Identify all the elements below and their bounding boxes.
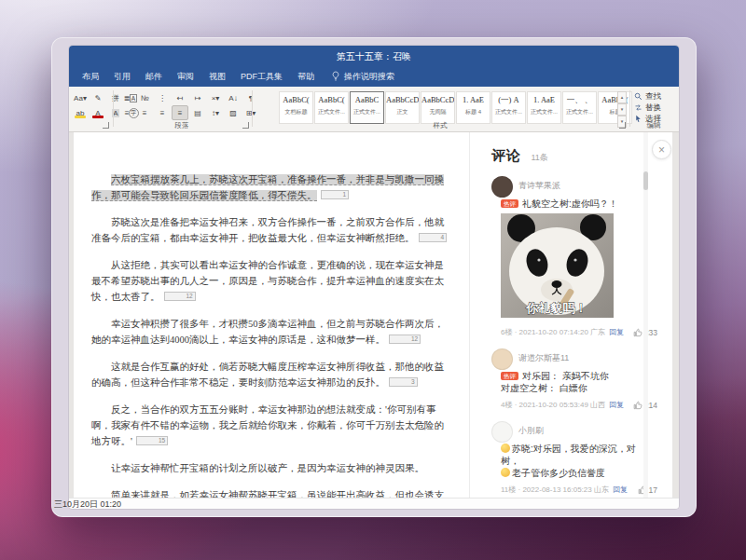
text-effects-icon[interactable]: ✎ <box>90 90 106 105</box>
comment-marker[interactable]: 4 <box>419 233 448 242</box>
close-comments-button[interactable]: × <box>652 140 671 159</box>
style-item-6[interactable]: 1. AaE标题 4 <box>456 91 490 124</box>
comments-scrollbar[interactable] <box>643 132 648 499</box>
style-item-5[interactable]: AaBbCcD(无间隔 <box>421 91 455 124</box>
svg-text:你礼貌吗！: 你礼貌吗！ <box>526 301 587 315</box>
tell-me-search[interactable]: 操作说明搜索 <box>331 71 394 83</box>
paragraph-dialog-launcher[interactable] <box>242 122 249 129</box>
replace-button[interactable]: 替换 <box>634 102 661 113</box>
style-label: 无间隔 <box>421 108 454 116</box>
paragraph: 让幸运女神帮忙开宝箱的计划之所以破产，是因为幸运女神的神灵因果。 <box>91 460 448 476</box>
word-window: 第五十五章：召唤 布局引用邮件审阅视图PDF工具集帮助 操作说明搜索 Aa▾✎拼… <box>69 46 679 509</box>
comment-username[interactable]: 青诗苹果派 <box>518 176 654 196</box>
style-label: 正式文件... <box>351 108 383 116</box>
menu-tab-审阅[interactable]: 审阅 <box>170 66 201 87</box>
styles-dialog-launcher[interactable] <box>619 122 626 129</box>
decrease-indent-icon[interactable]: ↤ <box>172 90 188 105</box>
style-label: 正式文件... <box>315 108 348 116</box>
style-item-10[interactable]: AaBbC(标题 <box>598 91 632 124</box>
sort-icon[interactable]: A↓ <box>225 90 242 105</box>
borders-icon[interactable]: ⊞▾ <box>242 105 259 120</box>
style-item-7[interactable]: (一) A正式文件... <box>491 91 526 124</box>
align-center-icon[interactable]: ≡ <box>136 105 153 120</box>
comment-username[interactable]: 小刖刷 <box>518 421 654 441</box>
styles-scroll-down-button[interactable]: ▾ <box>617 103 627 116</box>
justify-icon[interactable]: ≡ <box>172 105 188 120</box>
comment-marker[interactable]: 12 <box>164 292 196 301</box>
comment-text-line: 老子管你多少负信誉度 <box>501 467 654 479</box>
style-item-8[interactable]: 1. AaE正式文件... <box>527 91 561 124</box>
distribute-icon[interactable]: ▤ <box>189 105 206 120</box>
comment-item: 青诗苹果派热评礼貌空之树:虚你吗？！ 你礼貌吗！ 6楼 · 2021-10-20… <box>491 176 654 337</box>
menu-tab-帮助[interactable]: 帮助 <box>290 66 322 87</box>
change-case-icon[interactable]: Aa▾ <box>72 90 89 105</box>
comment-marker[interactable]: 3 <box>389 377 418 387</box>
comment-marker[interactable]: 1 <box>321 190 350 199</box>
style-sample: 1. AaE <box>457 92 490 108</box>
emoji-icon <box>501 468 510 477</box>
replace-icon <box>634 103 642 112</box>
page: 六枚宝箱摆放茶几上，苏晓这次开宝箱，准备操作一番，并非是与凯撒一同操作，那可能会… <box>74 132 671 499</box>
reply-button[interactable]: 回复 <box>609 328 624 336</box>
text-highlight-color-icon[interactable]: ab <box>72 105 89 120</box>
styles-scroll-up-button[interactable]: ▴ <box>617 91 627 103</box>
align-right-icon[interactable]: ≡ <box>154 105 171 120</box>
avatar[interactable] <box>491 176 513 198</box>
comment-text-line: 对虚空之树： 白嫖你 <box>501 382 654 394</box>
style-label: 标题 4 <box>457 108 490 116</box>
paragraph: 从这拒绝，其实可以看出幸运女神的合作诚意，更准确的说，现在幸运女神是最不希望苏晓… <box>91 257 448 305</box>
comments-panel: 评论 11条 青诗苹果派热评礼貌空之树:虚你吗？！ 你礼貌吗！ 6楼 · 202… <box>469 132 672 499</box>
reply-button[interactable]: 回复 <box>609 401 624 409</box>
menu-tab-视图[interactable]: 视图 <box>201 66 233 87</box>
reply-button[interactable]: 回复 <box>613 485 628 494</box>
style-label: 正式文件... <box>528 108 560 116</box>
desktop-wallpaper: 第五十五章：召唤 布局引用邮件审阅视图PDF工具集帮助 操作说明搜索 Aa▾✎拼… <box>0 0 746 560</box>
avatar[interactable] <box>491 348 513 370</box>
style-sample: AaBbC <box>351 92 383 108</box>
find-button[interactable]: 查找 <box>634 91 661 102</box>
paragraph-text: 苏晓这次是准备把幸运女神召来，双方合作操作一番，之前双方合作后，他就准备今后的宝… <box>91 217 444 243</box>
comment-meta: 11楼 · 2022-08-13 16:05:23 山东回复 <box>501 485 628 495</box>
comment-marker[interactable]: 12 <box>389 335 421 344</box>
comment-username[interactable]: 谢道尔斯基11 <box>518 348 654 368</box>
panda-meme-image[interactable]: 你礼貌吗！ <box>501 213 614 318</box>
avatar[interactable] <box>491 421 513 443</box>
comment-marker[interactable]: 15 <box>136 436 168 445</box>
hot-badge: 热评 <box>501 372 518 380</box>
style-sample: AaBbCcD( <box>386 92 419 108</box>
editing-group: 查找替换选择 <box>634 91 661 125</box>
align-left-icon[interactable]: ≡ <box>118 105 135 120</box>
scrollbar-thumb[interactable] <box>643 171 648 190</box>
style-item-3[interactable]: AaBbC正式文件... <box>350 91 384 124</box>
style-item-1[interactable]: AaBbC(文档标题 <box>279 91 313 124</box>
style-item-9[interactable]: 一、 、正式文件... <box>562 91 597 124</box>
paragraph: 这就是合作互赢的好处，倘若苏晓大幅度压榨幸运女神所得收益，那他的收益的确高，但这… <box>91 359 448 390</box>
menu-tab-PDF工具集[interactable]: PDF工具集 <box>233 66 290 87</box>
menu-tab-邮件[interactable]: 邮件 <box>138 66 170 87</box>
menu-tab-引用[interactable]: 引用 <box>106 66 138 87</box>
asian-layout-icon[interactable]: ×▾ <box>207 90 224 105</box>
title-bar[interactable]: 第五十五章：召唤 <box>69 46 679 66</box>
comment-footer: 6楼 · 2021-10-20 07:14:20 广东回复233 <box>501 327 657 337</box>
comments-title: 评论 <box>491 147 521 163</box>
font-dialog-launcher[interactable] <box>103 122 109 129</box>
style-sample: AaBbC( <box>315 92 348 108</box>
multilevel-list-icon[interactable]: ⋮ <box>154 90 171 105</box>
line-spacing-icon[interactable]: ↕▾ <box>207 105 224 120</box>
style-item-2[interactable]: AaBbC(正式文件... <box>314 91 349 124</box>
comment-meta: 6楼 · 2021-10-20 07:14:20 广东回复 <box>501 327 624 337</box>
number-list-icon[interactable]: № <box>136 90 153 105</box>
style-item-4[interactable]: AaBbCcD(正文 <box>385 91 420 124</box>
menu-tab-布局[interactable]: 布局 <box>75 66 106 87</box>
style-sample: (一) A <box>492 92 525 108</box>
font-color-icon[interactable]: A <box>90 105 106 120</box>
comment-body: 热评对乐园： 亲妈不坑你对虚空之树： 白嫖你4楼 · 2021-10-20 05… <box>501 370 654 410</box>
show-marks-icon[interactable]: ¶ <box>242 90 259 105</box>
menu-tabs: 布局引用邮件审阅视图PDF工具集帮助 <box>75 66 322 87</box>
bullet-list-icon[interactable]: ≣ <box>118 90 135 105</box>
document-area: 六枚宝箱摆放茶几上，苏晓这次开宝箱，准备操作一番，并非是与凯撒一同操作，那可能会… <box>69 132 679 509</box>
style-label: 正式文件... <box>563 108 596 116</box>
shading-icon[interactable]: ▨ <box>225 105 242 120</box>
increase-indent-icon[interactable]: ↦ <box>189 90 206 105</box>
document-text: 六枚宝箱摆放茶几上，苏晓这次开宝箱，准备操作一番，并非是与凯撒一同操作，那可能会… <box>91 171 448 509</box>
